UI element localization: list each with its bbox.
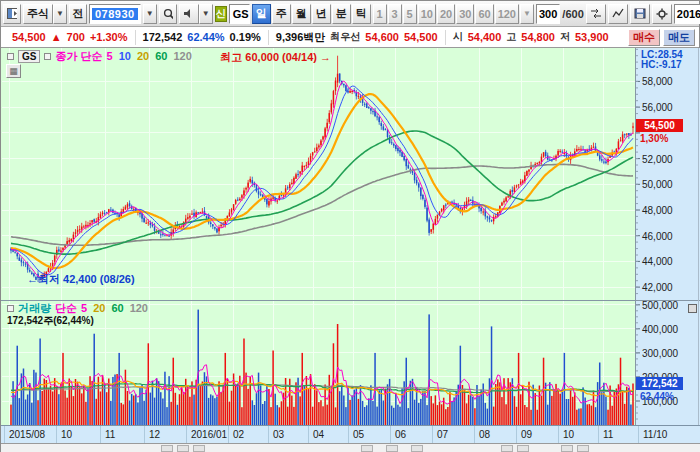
time-axis-separator: [558, 426, 559, 444]
period-high-annotation: 최고 60,000 (04/14) →: [151, 52, 331, 63]
time-axis-separator: [186, 426, 187, 444]
code-dropdown[interactable]: ▼: [143, 4, 157, 24]
tab-minute[interactable]: 분: [332, 4, 351, 24]
period-tabs: 일 주 월 년 분 틱: [252, 4, 371, 24]
interval-3[interactable]: 3: [388, 4, 402, 24]
tab-daily[interactable]: 일: [252, 4, 271, 24]
price-tick-label: 44,000: [642, 256, 673, 267]
settings-gear-icon[interactable]: [652, 4, 672, 24]
ma-period-10: 10: [119, 50, 131, 62]
volume-legend-checkbox[interactable]: [7, 305, 14, 312]
time-axis-separator: [268, 426, 269, 444]
time-axis-label: 11/10: [643, 429, 667, 440]
interval-30[interactable]: 30: [456, 4, 474, 24]
bottom-toolbar-partial: [1, 443, 700, 452]
volume-value: 172,542: [143, 31, 183, 43]
tab-weekly[interactable]: 주: [272, 4, 291, 24]
interval-1[interactable]: 1: [373, 4, 387, 24]
time-axis-separator: [598, 426, 599, 444]
asset-type-dropdown[interactable]: ▼: [53, 4, 67, 24]
asset-type-button[interactable]: 주식: [23, 4, 53, 24]
bottom-button[interactable]: [193, 445, 205, 452]
ma-period-5: 5: [81, 302, 87, 314]
turnover-pct: 0.19%: [230, 31, 261, 43]
interval-60[interactable]: 60: [475, 4, 493, 24]
tab-tick[interactable]: 틱: [352, 4, 371, 24]
bottom-button[interactable]: [161, 445, 173, 452]
trendline-tool-icon[interactable]: [608, 4, 628, 24]
current-price-pct: 1,30%: [640, 133, 668, 144]
stock-chart-window: 주식 ▼ 전 078930 ▼ ▼ 신 GS 일 주 월 년 분 틱 1: [0, 0, 700, 452]
volume-tick-label: 400,000: [642, 324, 678, 335]
ma-period-20: 20: [93, 302, 105, 314]
current-price-marker: 54,500: [636, 119, 683, 132]
time-axis-label: 03: [273, 429, 284, 440]
best-bid: 54,500: [404, 31, 438, 43]
bottom-button[interactable]: [517, 445, 529, 452]
time-axis[interactable]: 2015/081011122016/0102030405060708091011…: [1, 425, 700, 443]
time-axis-label: 02: [233, 429, 244, 440]
search-icon[interactable]: [159, 4, 177, 24]
time-axis-label: 05: [353, 429, 364, 440]
interval-dropdown[interactable]: ▼: [520, 4, 534, 24]
bottom-button[interactable]: [386, 445, 398, 452]
high-label: 고: [506, 30, 516, 44]
interval-5[interactable]: 5: [403, 4, 417, 24]
quote-bar: 54,500 ▲ 700 +1.30% 172,542 62.44% 0.19%…: [1, 27, 699, 48]
ma-legend-checkbox[interactable]: [44, 53, 51, 60]
volume-ma-period-labels: 52060120: [81, 303, 154, 314]
chart-grid-icon[interactable]: ▦: [6, 64, 21, 78]
price-change: 700: [67, 31, 85, 43]
open-label: 시: [453, 30, 463, 44]
bars-shown-input[interactable]: 300: [536, 4, 560, 24]
tab-yearly[interactable]: 년: [312, 4, 331, 24]
bottom-button[interactable]: [501, 445, 513, 452]
bottom-button[interactable]: [177, 445, 189, 452]
time-axis-label: 12: [149, 429, 160, 440]
time-axis-label: 06: [395, 429, 406, 440]
time-axis-separator: [348, 426, 349, 444]
sound-dropdown[interactable]: ▼: [199, 4, 213, 24]
buy-button[interactable]: 매수: [628, 29, 660, 46]
date-input[interactable]: 2016/11/10: [674, 4, 700, 24]
stock-name-field: GS: [229, 4, 250, 24]
bottom-button[interactable]: [361, 445, 373, 452]
price-legend-symbol: GS: [18, 50, 40, 63]
bottom-button[interactable]: [561, 445, 573, 452]
price-tick-label: 42,000: [642, 282, 673, 293]
tab-monthly[interactable]: 월: [292, 4, 311, 24]
save-icon[interactable]: [630, 4, 650, 24]
hc-value: HC:-9.17: [641, 59, 682, 70]
time-axis-label: 09: [521, 429, 532, 440]
time-axis-label: 11: [105, 429, 115, 440]
ma-period-20: 20: [137, 50, 149, 62]
prev-stock-button[interactable]: 전: [69, 4, 87, 24]
current-volume-pct: 62,44%: [640, 391, 674, 402]
chart-area[interactable]: GS 종가 단순 5102060120 ▦ 최고 60,000 (04/14) …: [1, 48, 700, 452]
interval-10[interactable]: 10: [418, 4, 436, 24]
ma-indicator-label: 종가 단순: [55, 51, 102, 62]
time-axis-label: 04: [313, 429, 324, 440]
interval-buttons: 1 3 5 10 20 30 60 120 ▼: [373, 4, 534, 24]
open-price: 54,400: [468, 31, 502, 43]
candlestick-chart[interactable]: [1, 48, 700, 443]
panel-toggle-icon[interactable]: [3, 4, 21, 24]
bottom-button[interactable]: [577, 445, 589, 452]
time-axis-label: 11: [603, 429, 613, 440]
current-price: 54,500: [12, 31, 46, 43]
time-axis-label: 10: [563, 429, 574, 440]
interval-20[interactable]: 20: [437, 4, 455, 24]
price-legend-checkbox[interactable]: [7, 53, 14, 60]
price-tick-label: 48,000: [642, 205, 673, 216]
price-tick-label: 56,000: [642, 102, 673, 113]
sell-button[interactable]: 매도: [663, 29, 695, 46]
new-stock-badge: 신: [215, 6, 227, 22]
volume-panel-expand-icon[interactable]: [688, 304, 697, 313]
sound-icon[interactable]: [179, 4, 199, 24]
interval-120[interactable]: 120: [495, 4, 519, 24]
bottom-button[interactable]: [411, 445, 423, 452]
compare-chart-icon[interactable]: [586, 4, 606, 24]
time-axis-label: 08: [479, 429, 490, 440]
stock-code-input[interactable]: 078930: [89, 4, 141, 24]
up-arrow-icon: ▲: [51, 31, 62, 43]
